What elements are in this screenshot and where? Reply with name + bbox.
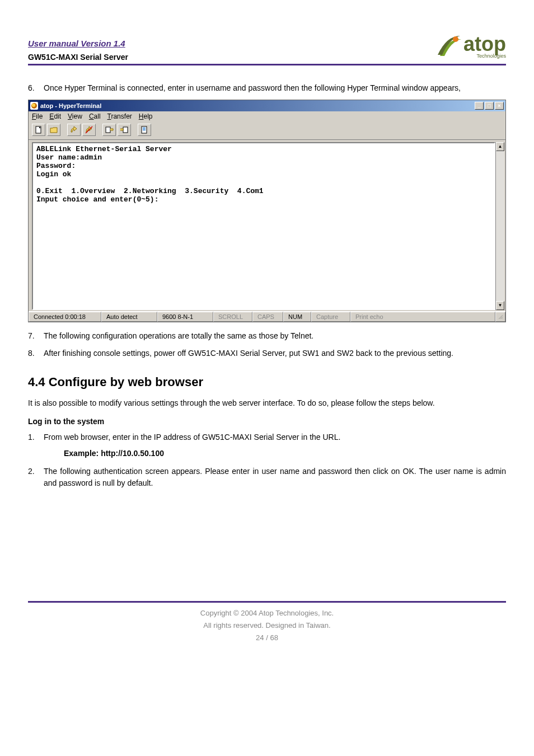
login-steps: 1. From web browser, enter in the IP add…: [28, 431, 506, 443]
terminal-output[interactable]: ABLELink Ethernet-Serial Server User nam…: [32, 142, 495, 310]
example-url: Example: http://10.0.50.100: [64, 449, 506, 458]
menu-file[interactable]: File: [32, 112, 43, 120]
logo-subtext: Technologies: [463, 53, 506, 59]
status-echo: Print echo: [350, 312, 495, 322]
list-item: 7. The following configuration operation…: [28, 330, 506, 342]
menu-transfer[interactable]: Transfer: [107, 112, 132, 120]
instruction-list-1: 6. Once Hyper Terminal is connected, ent…: [28, 82, 506, 94]
status-baud: 9600 8-N-1: [157, 312, 213, 322]
login-subhead: Log in to the system: [28, 417, 506, 426]
menu-help[interactable]: Help: [139, 112, 153, 120]
svg-line-9: [499, 315, 503, 319]
item-text: After finishing console settings, power …: [44, 348, 506, 359]
connect-icon[interactable]: [67, 124, 81, 136]
section-intro: It is also possible to modify various se…: [28, 397, 506, 409]
list-item: 6. Once Hyper Terminal is connected, ent…: [28, 82, 506, 94]
logo-swish-icon: [437, 34, 462, 59]
status-caps: CAPS: [252, 312, 283, 322]
open-icon[interactable]: [47, 124, 60, 136]
svg-rect-7: [143, 129, 146, 129]
status-scroll: SCROLL: [213, 312, 252, 322]
status-detect: Auto detect: [101, 312, 157, 322]
svg-rect-8: [143, 130, 146, 130]
footer-copyright: Copyright © 2004 Atop Technologies, Inc.: [28, 607, 506, 619]
item-number: 7.: [28, 330, 44, 342]
terminal-area: ABLELink Ethernet-Serial Server User nam…: [29, 140, 505, 311]
svg-rect-3: [106, 127, 110, 133]
hyperterminal-window: atop - HyperTerminal _ □ × File Edit Vie…: [28, 100, 506, 322]
status-bar: Connected 0:00:18 Auto detect 9600 8-N-1…: [29, 311, 505, 322]
vertical-scrollbar[interactable]: ▲ ▼: [495, 142, 504, 310]
page-footer: Copyright © 2004 Atop Technologies, Inc.…: [28, 601, 506, 644]
status-connected: Connected 0:00:18: [29, 312, 101, 322]
window-titlebar: atop - HyperTerminal _ □ ×: [29, 100, 505, 111]
list-item: 8. After finishing console settings, pow…: [28, 348, 506, 359]
status-capture: Capture: [311, 312, 350, 322]
instruction-list-2: 7. The following configuration operation…: [28, 330, 506, 359]
header-left: User manual Version 1.4 GW51C-MAXI Seria…: [28, 39, 437, 62]
page-header: User manual Version 1.4 GW51C-MAXI Seria…: [28, 34, 506, 65]
app-icon: [30, 102, 38, 110]
new-icon[interactable]: [32, 124, 45, 136]
scroll-track[interactable]: [496, 151, 504, 301]
logo-text: atop: [463, 34, 506, 54]
brand-logo: atop Technologies: [437, 34, 506, 59]
logo-text-col: atop Technologies: [463, 34, 506, 59]
item-number: 8.: [28, 348, 44, 359]
item-text: From web browser, enter in the IP addres…: [44, 431, 506, 443]
svg-rect-4: [123, 127, 128, 133]
status-num: NUM: [283, 312, 311, 322]
section-heading: 4.4 Configure by web browser: [28, 375, 506, 389]
svg-point-0: [453, 36, 458, 42]
footer-page: 24 / 68: [28, 632, 506, 644]
menu-view[interactable]: View: [68, 112, 82, 120]
item-text: Once Hyper Terminal is connected, enter …: [44, 82, 506, 94]
menu-call[interactable]: Call: [89, 112, 101, 120]
item-number: 1.: [28, 431, 44, 443]
properties-icon[interactable]: [138, 124, 151, 136]
item-number: 2.: [28, 466, 44, 489]
disconnect-icon[interactable]: [82, 124, 96, 136]
item-text: The following configuration operations a…: [44, 330, 506, 342]
resize-grip-icon[interactable]: [495, 312, 505, 322]
list-item: 2. The following authentication screen a…: [28, 466, 506, 489]
menu-edit[interactable]: Edit: [49, 112, 61, 120]
svg-line-11: [502, 318, 503, 319]
page-content: 6. Once Hyper Terminal is connected, ent…: [28, 82, 506, 489]
login-steps-2: 2. The following authentication screen a…: [28, 466, 506, 489]
manual-version: User manual Version 1.4: [28, 39, 125, 48]
window-title: atop - HyperTerminal: [40, 102, 475, 109]
maximize-button[interactable]: □: [485, 102, 494, 110]
receive-icon[interactable]: [118, 124, 131, 136]
toolbar: [29, 121, 505, 140]
scroll-up-icon[interactable]: ▲: [496, 142, 504, 151]
footer-rights: All rights reserved. Designed in Taiwan.: [28, 619, 506, 632]
minimize-button[interactable]: _: [475, 102, 484, 110]
close-button[interactable]: ×: [495, 102, 504, 110]
scroll-down-icon[interactable]: ▼: [496, 301, 504, 310]
menu-bar: File Edit View Call Transfer Help: [29, 111, 505, 121]
list-item: 1. From web browser, enter in the IP add…: [28, 431, 506, 443]
item-text: The following authentication screen appe…: [44, 466, 506, 489]
item-number: 6.: [28, 82, 44, 94]
product-title: GW51C-MAXI Serial Server: [28, 53, 128, 62]
svg-rect-6: [143, 128, 146, 128]
send-icon[interactable]: [102, 124, 116, 136]
window-buttons: _ □ ×: [475, 102, 504, 110]
